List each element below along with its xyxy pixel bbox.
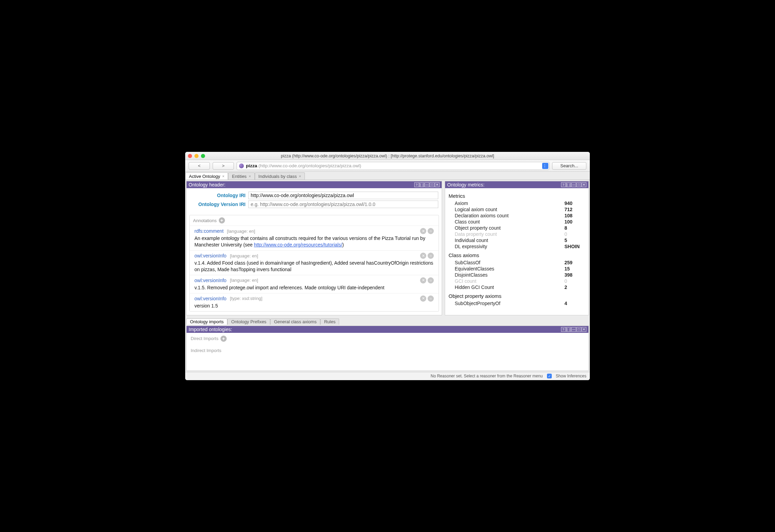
show-inferences-checkbox[interactable]: ✓: [547, 374, 552, 378]
panel-help-icon[interactable]: ?: [561, 327, 566, 332]
ontology-version-iri-input[interactable]: [248, 201, 438, 208]
close-tab-icon[interactable]: ×: [299, 174, 301, 178]
annotation-body: v.1.4. Added Food class (used in domain/…: [194, 260, 434, 273]
ontology-metrics-panel: Ontology metrics: ? ❘❘ — □ ✕ Metrics Axi…: [445, 181, 589, 315]
metric-row: EquivalentClasses15: [449, 266, 585, 272]
metric-row: Data property count0: [449, 231, 585, 237]
metric-key: EquivalentClasses: [455, 266, 494, 271]
annotation-key: owl:versionInfo: [194, 253, 226, 258]
close-tab-icon[interactable]: ×: [222, 174, 224, 178]
address-dropdown-icon[interactable]: [542, 163, 548, 169]
delete-annotation-icon[interactable]: ✕: [420, 253, 426, 259]
tab-ontology-imports[interactable]: Ontology imports: [186, 318, 227, 325]
tab-individuals-by-class[interactable]: Individuals by class×: [255, 172, 305, 180]
annotation-body: version 1.5: [194, 303, 434, 309]
annotation-tag: [language: en]: [230, 278, 258, 283]
panel-maximize-icon[interactable]: □: [576, 182, 581, 187]
metric-row: Axiom940: [449, 200, 585, 206]
annotation-link[interactable]: http://www.co-ode.org/resources/tutorial…: [254, 242, 343, 247]
ontology-header-panel: Ontology header: ? ❘❘ — □ ✕ Ontology IRI: [186, 181, 442, 315]
panel-minimize-icon[interactable]: —: [571, 327, 576, 332]
tab-ontology-prefixes[interactable]: Ontology Prefixes: [227, 318, 270, 325]
status-message: No Reasoner set. Select a reasoner from …: [431, 374, 543, 378]
panel-maximize-icon[interactable]: □: [576, 327, 581, 332]
ontology-address-bar[interactable]: pizza (http://www.co-ode.org/ontologies/…: [237, 162, 549, 170]
annotation-body: v.1.5. Removed protege.owl import and re…: [194, 285, 434, 291]
annotation-tag: [language: en]: [230, 253, 258, 258]
panel-minimize-icon[interactable]: —: [425, 182, 429, 187]
back-button[interactable]: <: [189, 162, 210, 170]
close-tab-icon[interactable]: ×: [249, 174, 251, 178]
metric-key: DL expressivity: [455, 244, 487, 249]
tab-general-class-axioms[interactable]: General class axioms: [270, 318, 320, 325]
metric-value: 0: [564, 231, 585, 237]
annotations-section: Annotations + rdfs:comment[language: en]…: [189, 215, 439, 311]
delete-annotation-icon[interactable]: ✕: [420, 295, 426, 302]
metric-row: Logical axiom count712: [449, 206, 585, 213]
annotation-ring-icon[interactable]: ○: [428, 295, 434, 302]
delete-annotation-icon[interactable]: ✕: [420, 277, 426, 283]
metric-value: 2: [564, 285, 585, 290]
annotation-item: rdfs:comment[language: en]✕○An example o…: [190, 226, 439, 250]
delete-annotation-icon[interactable]: ✕: [420, 228, 426, 234]
annotation-item: owl:versionInfo[language: en]✕○v.1.4. Ad…: [190, 250, 439, 275]
metric-value: 398: [564, 272, 585, 278]
metrics-section-heading: Class axioms: [449, 252, 585, 258]
metric-value: SHOIN: [564, 244, 585, 249]
metric-row: Declaration axioms count108: [449, 213, 585, 219]
panel-close-icon[interactable]: ✕: [582, 182, 586, 187]
metric-value: 940: [564, 201, 585, 206]
panel-help-icon[interactable]: ?: [561, 182, 566, 187]
metric-key: Object property count: [455, 225, 501, 231]
metric-key: SubObjectPropertyOf: [455, 301, 500, 306]
metrics-section-heading: Object property axioms: [449, 293, 585, 299]
panel-close-icon[interactable]: ✕: [435, 182, 440, 187]
tab-entities[interactable]: Entities×: [228, 172, 254, 180]
metric-value: 4: [564, 301, 585, 306]
panel-help-icon[interactable]: ?: [414, 182, 419, 187]
add-direct-import-button[interactable]: +: [220, 336, 227, 342]
metric-value: 108: [564, 213, 585, 218]
annotation-tag: [type: xsd:string]: [230, 296, 262, 301]
forward-button[interactable]: >: [213, 162, 234, 170]
tab-rules[interactable]: Rules: [320, 318, 339, 325]
annotation-item: owl:versionInfo[type: xsd:string]✕○versi…: [190, 293, 439, 311]
annotation-item: owl:versionInfo[language: en]✕○v.1.5. Re…: [190, 275, 439, 293]
ontology-icon: [239, 164, 244, 168]
annotations-heading: Annotations: [193, 218, 217, 223]
metric-key: Data property count: [455, 231, 497, 237]
add-annotation-button[interactable]: +: [219, 217, 225, 223]
metric-value: 5: [564, 238, 585, 243]
metric-key: Class count: [455, 219, 480, 225]
annotation-body: An example ontology that contains all co…: [194, 235, 434, 248]
annotation-key: owl:versionInfo: [194, 296, 226, 301]
panel-controls: ? ❘❘ — □ ✕: [414, 182, 440, 187]
main-tabstrip: Active Ontology×Entities×Individuals by …: [185, 172, 590, 180]
ontology-iri-input[interactable]: [248, 192, 438, 199]
annotation-ring-icon[interactable]: ○: [428, 277, 434, 283]
imported-ontologies-panel: Imported ontologies: ? ❘❘ — □ ✕ Direct I…: [186, 326, 589, 371]
tab-active-ontology[interactable]: Active Ontology×: [185, 172, 228, 180]
panel-pin-icon[interactable]: ❘❘: [419, 182, 424, 187]
metric-value: 259: [564, 260, 585, 265]
panel-minimize-icon[interactable]: —: [571, 182, 576, 187]
metric-row: DisjointClasses398: [449, 272, 585, 278]
annotation-ring-icon[interactable]: ○: [428, 228, 434, 234]
panel-maximize-icon[interactable]: □: [430, 182, 434, 187]
search-button[interactable]: Search...: [552, 162, 586, 170]
panel-close-icon[interactable]: ✕: [582, 327, 586, 332]
panel-pin-icon[interactable]: ❘❘: [566, 327, 571, 332]
titlebar: pizza (http://www.co-ode.org/ontologies/…: [185, 152, 590, 160]
annotation-tag: [language: en]: [227, 229, 255, 234]
annotation-key: owl:versionInfo: [194, 278, 226, 283]
metric-row: DL expressivitySHOIN: [449, 243, 585, 250]
ontology-version-iri-label: Ontology Version IRI: [190, 202, 248, 207]
annotation-ring-icon[interactable]: ○: [428, 253, 434, 259]
metrics-section-heading: Metrics: [449, 193, 585, 199]
panel-pin-icon[interactable]: ❘❘: [566, 182, 571, 187]
ontology-iri-label: Ontology IRI: [190, 193, 248, 198]
metric-row: Individual count5: [449, 237, 585, 243]
address-name: pizza: [246, 163, 257, 168]
metric-row: SubObjectPropertyOf4: [449, 300, 585, 306]
panel-title: Ontology metrics:: [447, 182, 485, 188]
